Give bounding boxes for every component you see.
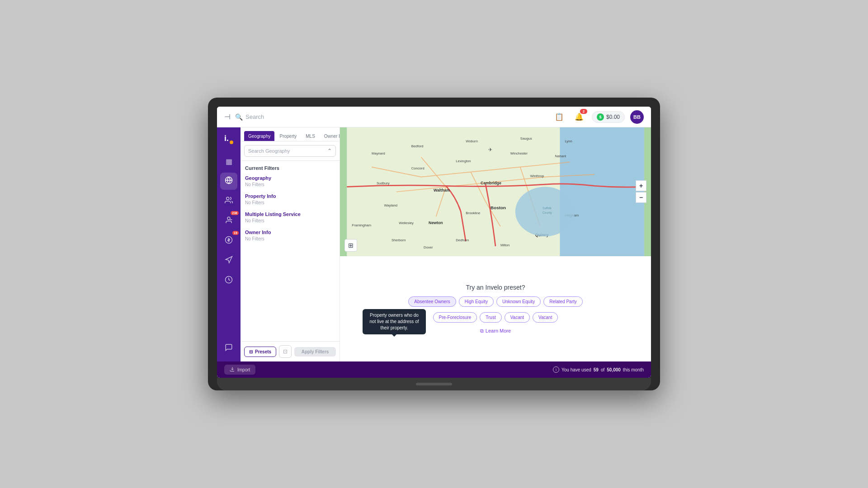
sidebar: i. ▦	[217, 127, 241, 361]
clock-icon	[225, 276, 233, 286]
chevron-icon: ⌃	[327, 148, 332, 154]
geography-search[interactable]: Search Geography ⌃	[244, 145, 336, 157]
bottom-bar: Import i You have used 59 of 50,000 this…	[217, 361, 651, 378]
svg-text:County: County	[542, 211, 552, 215]
header-left: ⊣ 🔍 Search	[224, 113, 264, 121]
filter-section-property-title: Property Info	[245, 193, 335, 199]
money-badge: 19	[232, 231, 239, 235]
search-icon: 🔍	[235, 113, 243, 121]
preset-chip-vacant[interactable]: Vacant	[533, 312, 558, 323]
svg-text:✈: ✈	[488, 147, 492, 152]
filter-tabs: Geography Property MLS Owner Info	[241, 127, 340, 141]
search-placeholder: Search	[245, 113, 264, 120]
user-avatar[interactable]: BB	[630, 110, 644, 124]
absentee-owners-tooltip: Property owners who do not live at the a…	[363, 309, 426, 334]
clipboard-icon: 📋	[555, 113, 564, 121]
sidebar-item-history[interactable]	[220, 272, 237, 289]
globe-icon	[225, 176, 233, 186]
svg-text:Bedford: Bedford	[411, 144, 424, 148]
tab-property[interactable]: Property	[275, 131, 301, 141]
zoom-out-button[interactable]: −	[636, 192, 646, 203]
svg-text:Concord: Concord	[411, 166, 425, 170]
clipboard-button[interactable]: 📋	[552, 110, 566, 124]
svg-rect-8	[555, 127, 644, 256]
people-icon	[225, 196, 233, 206]
filter-section-geography-value: No Filters	[245, 182, 335, 187]
tab-mls[interactable]: MLS	[302, 131, 319, 141]
sidebar-item-leads[interactable]: 238	[220, 212, 237, 230]
filter-section-geography: Geography No Filters	[245, 175, 335, 187]
zoom-in-button[interactable]: +	[636, 180, 646, 191]
external-link-icon: ⧉	[480, 328, 484, 334]
preset-section: Try an Invelo preset? Absentee Owners Hi…	[340, 256, 651, 361]
filter-section-mls-title: Multiple Listing Service	[245, 211, 335, 217]
filter-section-property-value: No Filters	[245, 200, 335, 205]
logo: i.	[222, 132, 236, 146]
svg-text:Sherborn: Sherborn	[392, 238, 406, 242]
preset-chip-absentee[interactable]: Absentee Owners	[408, 296, 456, 307]
notifications-badge: 2	[580, 109, 587, 114]
preset-chip-unknown-equity[interactable]: Unknown Equity	[496, 296, 541, 307]
filter-section-owner-title: Owner Info	[245, 230, 335, 235]
import-icon	[230, 366, 235, 373]
balance-button[interactable]: $ $0.00	[592, 111, 625, 123]
sidebar-item-marketing[interactable]	[220, 252, 237, 269]
notifications-button[interactable]: 🔔 2	[572, 110, 586, 124]
dashboard-icon: ▦	[226, 157, 232, 166]
filter-section-property-info: Property Info No Filters	[245, 193, 335, 205]
current-filters-title: Current Filters	[245, 165, 335, 171]
svg-text:Waltham: Waltham	[434, 188, 450, 192]
search-bar[interactable]: 🔍 Search	[235, 113, 264, 121]
leads-badge: 238	[231, 211, 239, 215]
svg-text:Winchester: Winchester	[510, 151, 528, 155]
dollar-icon: $	[597, 113, 604, 121]
preset-chip-related-party[interactable]: Related Party	[543, 296, 583, 307]
sidebar-item-money[interactable]: 19	[220, 232, 237, 249]
import-button[interactable]: Import	[224, 365, 255, 375]
filter-search-row: Search Geography ⌃	[241, 141, 340, 161]
sidebar-item-dashboard[interactable]: ▦	[220, 153, 237, 170]
collapse-sidebar-icon[interactable]: ⊣	[224, 113, 231, 121]
preset-chip-vacant-houses[interactable]: Trust	[480, 312, 501, 323]
map-layers-button[interactable]: ⊞	[344, 239, 357, 252]
sidebar-item-chat[interactable]	[220, 340, 237, 357]
map-controls: + −	[636, 180, 646, 203]
svg-text:Dover: Dover	[424, 245, 433, 249]
save-icon: ⊡	[283, 348, 288, 355]
svg-text:Wellesley: Wellesley	[399, 221, 414, 225]
tab-geography[interactable]: Geography	[244, 131, 274, 141]
svg-text:Boston: Boston	[491, 205, 506, 210]
map-area: Maynard Bedford Woburn Saugus Lynn Sudbu…	[340, 127, 651, 361]
logo-dot	[230, 141, 233, 144]
svg-text:Newton: Newton	[429, 221, 443, 225]
svg-text:Maynard: Maynard	[372, 151, 385, 155]
svg-point-2	[226, 197, 229, 200]
svg-text:Nahant: Nahant	[555, 154, 566, 158]
svg-text:Brookline: Brookline	[466, 211, 480, 215]
svg-text:Winthrop: Winthrop	[530, 174, 544, 178]
usage-total: 50,000	[607, 367, 621, 372]
svg-text:Saugus: Saugus	[520, 136, 532, 141]
svg-text:Sudbury: Sudbury	[377, 181, 390, 185]
sidebar-item-people[interactable]	[220, 192, 237, 210]
filter-footer: ⊟ Presets ⊡ Apply Filters	[241, 341, 340, 361]
filter-panel: Geography Property MLS Owner Info Search…	[241, 127, 340, 361]
svg-text:Suffolk: Suffolk	[542, 206, 552, 210]
preset-chip-high-equity[interactable]: High Equity	[459, 296, 494, 307]
learn-more-link[interactable]: ⧉ Learn More	[480, 328, 511, 334]
preset-chip-trust[interactable]: Vacant	[505, 312, 530, 323]
usage-used: 59	[594, 367, 599, 372]
sidebar-item-search[interactable]	[220, 173, 237, 190]
leads-icon	[225, 216, 233, 226]
usage-info: i You have used 59 of 50,000 this month	[553, 366, 644, 373]
filter-section-owner-info: Owner Info No Filters	[245, 230, 335, 241]
filter-section-geography-title: Geography	[245, 175, 335, 181]
presets-button[interactable]: ⊟ Presets	[244, 347, 276, 357]
save-filter-button[interactable]: ⊡	[279, 345, 292, 358]
preset-chip-pre-foreclosure[interactable]: Pre-Foreclosure	[433, 312, 477, 323]
header: ⊣ 🔍 Search 📋 🔔 2 $	[217, 107, 651, 127]
svg-text:Cambridge: Cambridge	[481, 181, 501, 185]
map-svg: Maynard Bedford Woburn Saugus Lynn Sudbu…	[340, 127, 651, 256]
apply-filters-button[interactable]: Apply Filters	[294, 347, 336, 357]
balance-value: $0.00	[606, 114, 620, 120]
